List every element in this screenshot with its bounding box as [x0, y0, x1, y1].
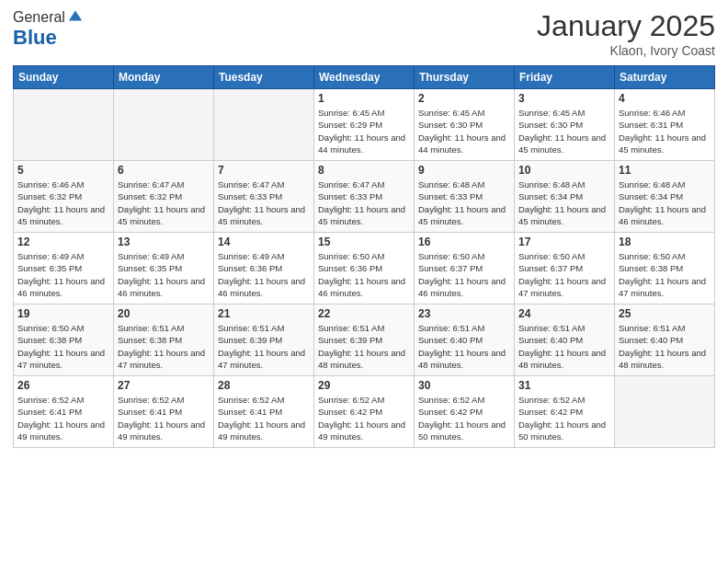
daylight-text: Daylight: 11 hours and 48 minutes. — [318, 348, 405, 370]
weekday-header-tuesday: Tuesday — [214, 66, 314, 89]
sunrise-text: Sunrise: 6:51 AM — [518, 323, 585, 333]
daylight-text: Daylight: 11 hours and 46 minutes. — [118, 276, 205, 298]
daylight-text: Daylight: 11 hours and 49 minutes. — [118, 419, 205, 442]
day-info: Sunrise: 6:52 AMSunset: 6:42 PMDaylight:… — [418, 394, 510, 442]
day-info: Sunrise: 6:52 AMSunset: 6:42 PMDaylight:… — [318, 394, 410, 442]
day-info: Sunrise: 6:51 AMSunset: 6:40 PMDaylight:… — [418, 322, 510, 371]
daylight-text: Daylight: 11 hours and 44 minutes. — [418, 132, 506, 155]
day-number: 22 — [318, 307, 410, 320]
sunset-text: Sunset: 6:38 PM — [118, 335, 182, 345]
sunset-text: Sunset: 6:41 PM — [118, 407, 182, 417]
sunrise-text: Sunrise: 6:51 AM — [619, 323, 685, 333]
day-info: Sunrise: 6:45 AMSunset: 6:30 PMDaylight:… — [418, 107, 510, 155]
day-number: 27 — [118, 379, 210, 392]
sunrise-text: Sunrise: 6:49 AM — [17, 251, 84, 261]
sunset-text: Sunset: 6:34 PM — [518, 191, 583, 201]
sunrise-text: Sunrise: 6:47 AM — [318, 179, 384, 190]
day-info: Sunrise: 6:50 AMSunset: 6:37 PMDaylight:… — [418, 250, 510, 299]
daylight-text: Daylight: 11 hours and 48 minutes. — [418, 348, 506, 370]
week-row-0: 1Sunrise: 6:45 AMSunset: 6:29 PMDaylight… — [14, 89, 715, 161]
location: Klaon, Ivory Coast — [537, 43, 715, 58]
day-number: 6 — [118, 164, 210, 177]
calendar-cell: 25Sunrise: 6:51 AMSunset: 6:40 PMDayligh… — [615, 304, 715, 376]
sunset-text: Sunset: 6:35 PM — [17, 263, 82, 273]
calendar-cell: 10Sunrise: 6:48 AMSunset: 6:34 PMDayligh… — [515, 161, 615, 233]
calendar-cell: 2Sunrise: 6:45 AMSunset: 6:30 PMDaylight… — [415, 89, 515, 161]
calendar-cell: 13Sunrise: 6:49 AMSunset: 6:35 PMDayligh… — [114, 233, 214, 304]
day-info: Sunrise: 6:46 AMSunset: 6:32 PMDaylight:… — [17, 178, 109, 227]
daylight-text: Daylight: 11 hours and 45 minutes. — [518, 132, 606, 155]
calendar-cell: 1Sunrise: 6:45 AMSunset: 6:29 PMDaylight… — [314, 89, 415, 161]
sunrise-text: Sunrise: 6:52 AM — [318, 395, 384, 405]
sunrise-text: Sunrise: 6:51 AM — [418, 323, 484, 333]
day-number: 24 — [518, 307, 610, 320]
calendar-cell: 19Sunrise: 6:50 AMSunset: 6:38 PMDayligh… — [14, 304, 114, 376]
sunrise-text: Sunrise: 6:47 AM — [118, 179, 184, 190]
day-info: Sunrise: 6:51 AMSunset: 6:38 PMDaylight:… — [118, 322, 210, 371]
daylight-text: Daylight: 11 hours and 47 minutes. — [518, 276, 606, 298]
day-info: Sunrise: 6:48 AMSunset: 6:33 PMDaylight:… — [418, 178, 510, 227]
calendar-cell: 27Sunrise: 6:52 AMSunset: 6:41 PMDayligh… — [114, 376, 214, 448]
sunset-text: Sunset: 6:42 PM — [318, 407, 382, 417]
day-info: Sunrise: 6:48 AMSunset: 6:34 PMDaylight:… — [619, 178, 711, 227]
sunrise-text: Sunrise: 6:51 AM — [318, 323, 384, 333]
sunrise-text: Sunrise: 6:48 AM — [518, 179, 585, 190]
page-container: General Blue January 2025 Klaon, Ivory C… — [0, 0, 728, 457]
sunset-text: Sunset: 6:38 PM — [17, 335, 82, 345]
calendar-cell — [114, 89, 214, 161]
day-number: 18 — [619, 236, 711, 248]
calendar-cell: 28Sunrise: 6:52 AMSunset: 6:41 PMDayligh… — [214, 376, 314, 448]
calendar-cell: 18Sunrise: 6:50 AMSunset: 6:38 PMDayligh… — [615, 233, 715, 304]
sunset-text: Sunset: 6:29 PM — [318, 120, 382, 130]
sunset-text: Sunset: 6:37 PM — [418, 263, 483, 273]
sunrise-text: Sunrise: 6:52 AM — [418, 395, 484, 405]
day-number: 29 — [318, 379, 410, 392]
daylight-text: Daylight: 11 hours and 45 minutes. — [118, 204, 205, 226]
calendar-cell: 8Sunrise: 6:47 AMSunset: 6:33 PMDaylight… — [314, 161, 415, 233]
sunrise-text: Sunrise: 6:49 AM — [118, 251, 184, 261]
day-number: 17 — [518, 236, 610, 248]
day-number: 10 — [518, 164, 610, 177]
sunrise-text: Sunrise: 6:52 AM — [17, 395, 84, 405]
daylight-text: Daylight: 11 hours and 46 minutes. — [218, 276, 305, 298]
daylight-text: Daylight: 11 hours and 50 minutes. — [418, 419, 506, 442]
calendar-cell: 7Sunrise: 6:47 AMSunset: 6:33 PMDaylight… — [214, 161, 314, 233]
calendar-cell: 15Sunrise: 6:50 AMSunset: 6:36 PMDayligh… — [314, 233, 415, 304]
sunrise-text: Sunrise: 6:46 AM — [17, 179, 84, 190]
day-number: 11 — [619, 164, 711, 177]
sunset-text: Sunset: 6:36 PM — [218, 263, 282, 273]
week-row-3: 19Sunrise: 6:50 AMSunset: 6:38 PMDayligh… — [14, 304, 715, 376]
sunset-text: Sunset: 6:40 PM — [619, 335, 683, 345]
day-number: 9 — [418, 164, 510, 177]
day-info: Sunrise: 6:49 AMSunset: 6:36 PMDaylight:… — [218, 250, 310, 299]
day-number: 28 — [218, 379, 310, 392]
sunset-text: Sunset: 6:33 PM — [418, 191, 483, 201]
day-info: Sunrise: 6:51 AMSunset: 6:39 PMDaylight:… — [318, 322, 410, 371]
title-block: January 2025 Klaon, Ivory Coast — [537, 9, 715, 58]
weekday-header-friday: Friday — [515, 66, 615, 89]
day-number: 19 — [17, 307, 109, 320]
day-info: Sunrise: 6:52 AMSunset: 6:41 PMDaylight:… — [218, 394, 310, 442]
sunrise-text: Sunrise: 6:45 AM — [318, 108, 384, 118]
calendar-cell: 14Sunrise: 6:49 AMSunset: 6:36 PMDayligh… — [214, 233, 314, 304]
sunrise-text: Sunrise: 6:47 AM — [218, 179, 284, 190]
sunset-text: Sunset: 6:36 PM — [318, 263, 382, 273]
day-number: 1 — [318, 92, 410, 105]
weekday-header-monday: Monday — [114, 66, 214, 89]
calendar-cell: 30Sunrise: 6:52 AMSunset: 6:42 PMDayligh… — [415, 376, 515, 448]
sunrise-text: Sunrise: 6:50 AM — [17, 323, 84, 333]
sunrise-text: Sunrise: 6:50 AM — [518, 251, 585, 261]
day-info: Sunrise: 6:52 AMSunset: 6:42 PMDaylight:… — [518, 394, 610, 442]
logo-general-text: General — [13, 9, 65, 26]
sunset-text: Sunset: 6:39 PM — [318, 335, 382, 345]
day-number: 4 — [619, 92, 711, 105]
calendar-cell: 24Sunrise: 6:51 AMSunset: 6:40 PMDayligh… — [515, 304, 615, 376]
sunrise-text: Sunrise: 6:45 AM — [418, 108, 484, 118]
sunset-text: Sunset: 6:30 PM — [418, 120, 483, 130]
day-info: Sunrise: 6:45 AMSunset: 6:29 PMDaylight:… — [318, 107, 410, 155]
daylight-text: Daylight: 11 hours and 46 minutes. — [418, 276, 506, 298]
day-info: Sunrise: 6:50 AMSunset: 6:37 PMDaylight:… — [518, 250, 610, 299]
logo: General Blue — [13, 9, 84, 50]
week-row-1: 5Sunrise: 6:46 AMSunset: 6:32 PMDaylight… — [14, 161, 715, 233]
daylight-text: Daylight: 11 hours and 45 minutes. — [318, 204, 405, 226]
